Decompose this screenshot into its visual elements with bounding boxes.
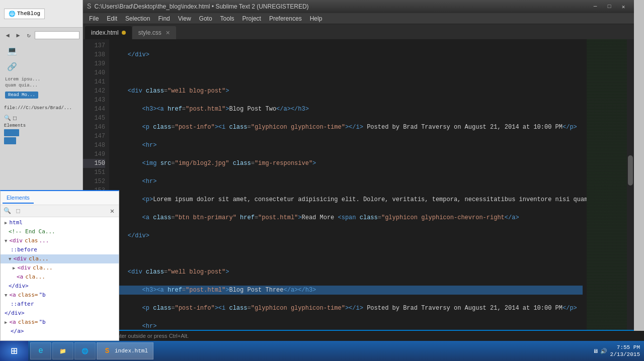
- line-num-146: 146: [83, 123, 105, 132]
- menu-goto[interactable]: Goto: [195, 14, 216, 23]
- taskbar-item-chrome[interactable]: 🌐: [74, 342, 96, 359]
- devtools-content[interactable]: ▶ html <!-- End Ca... ▼ <div clas... ::b…: [1, 217, 119, 340]
- elements-tool-icon[interactable]: ⬚: [13, 115, 17, 121]
- line-num-141: 141: [83, 77, 105, 86]
- editor-area[interactable]: 137 138 139 140 141 142 143 144 145 146 …: [83, 39, 634, 330]
- tab-label-index: index.html: [91, 29, 119, 36]
- devtools-tab-bar: Elements: [1, 191, 119, 205]
- minimize-button[interactable]: ─: [589, 2, 602, 11]
- line-num-140: 140: [83, 68, 105, 77]
- browser-tab-theblog[interactable]: 🌐 TheBlog: [4, 9, 45, 19]
- code-line-143: <img src="img/blog2.jpg" class="img-resp…: [113, 159, 583, 168]
- menu-file[interactable]: File: [85, 14, 103, 23]
- code-line-146: <a class="btn btn-primary" href="post.ht…: [113, 213, 583, 222]
- menu-selection[interactable]: Selection: [121, 14, 154, 23]
- cursor-icon[interactable]: ⬚: [14, 207, 23, 216]
- volume-icon: 🔊: [600, 348, 607, 354]
- dev-line-a-class-b[interactable]: ▼ <a class="b: [1, 291, 119, 300]
- dev-line-close-a: </a>: [1, 327, 119, 336]
- code-line-137: </div>: [113, 50, 583, 59]
- code-line-140: <h3><a href="post.html">Blog Post Two</a…: [113, 105, 583, 114]
- line-num-149: 149: [83, 150, 105, 159]
- search-tool-icon[interactable]: 🔍: [4, 115, 11, 121]
- dev-line-div-cla[interactable]: ▼ <div cla...: [1, 254, 119, 263]
- sidebar-browser: ◀ ▶ ↻ 💻 🔗 Lorem ipsu... quam quia...: [0, 28, 83, 104]
- icon-row-1: 💻: [5, 44, 77, 58]
- desktop-icons: 💻 🔗: [3, 42, 79, 76]
- line-num-139: 139: [83, 59, 105, 68]
- code-line-145: <p>Lorem ipsum dolor sit amet, consectet…: [113, 195, 583, 204]
- chrome-icon: 🌐: [80, 346, 90, 356]
- devtools-close-icon[interactable]: ✕: [108, 207, 117, 216]
- code-line-144: <hr>: [113, 177, 583, 186]
- taskbar-clock[interactable]: 7:55 PM 2/13/2015: [610, 344, 640, 358]
- clock-date: 2/13/2015: [610, 351, 640, 358]
- maximize-button[interactable]: □: [603, 2, 616, 11]
- refresh-button[interactable]: ↻: [24, 31, 33, 40]
- scrollbar-thumb[interactable]: [628, 155, 633, 186]
- code-line-147: </div>: [113, 231, 583, 240]
- sublime-icon: S: [102, 346, 112, 356]
- minimap: [587, 39, 627, 330]
- title-bar: S C:\Users\Brad\Desktop\the_blog\index.h…: [83, 0, 634, 13]
- elements-label: Elements: [0, 123, 83, 128]
- menu-view[interactable]: View: [174, 14, 195, 23]
- menu-tools[interactable]: Tools: [216, 14, 238, 23]
- network-icon: 🖥: [593, 348, 598, 354]
- code-line-148: [113, 249, 583, 258]
- lorem-preview: Lorem ipsu...: [3, 76, 79, 83]
- menu-project[interactable]: Project: [238, 14, 265, 23]
- taskbar-item-ie[interactable]: e: [30, 342, 51, 359]
- line-num-145: 145: [83, 114, 105, 123]
- sidebar-file-path: file:///C:/Users/Brad/...: [0, 104, 83, 113]
- forward-button[interactable]: ▶: [14, 31, 23, 40]
- menu-edit[interactable]: Edit: [103, 14, 121, 23]
- line-num-148: 148: [83, 141, 105, 150]
- dev-line-a-cla[interactable]: <a cla...: [1, 273, 119, 282]
- notification-icons: 🖥 🔊: [593, 348, 607, 354]
- dev-line-div-inner[interactable]: ▶ <div cla...: [1, 263, 119, 273]
- ie-icon: e: [36, 346, 46, 356]
- vertical-scrollbar[interactable]: [627, 39, 634, 330]
- tab-dirty-dot: [122, 31, 126, 35]
- line-num-144: 144: [83, 105, 105, 114]
- menu-help[interactable]: Help: [306, 14, 327, 23]
- app-icon: S: [87, 3, 91, 11]
- read-more-btn-preview: Read Mo...: [3, 88, 79, 101]
- inspect-icon[interactable]: 🔍: [3, 207, 12, 216]
- dev-line-html[interactable]: ▶ html: [1, 218, 119, 227]
- tab-close-style[interactable]: ✕: [166, 30, 170, 36]
- start-button[interactable]: ⊞: [0, 341, 28, 361]
- window-controls: ─ □ ✕: [589, 2, 630, 11]
- tab-style-css[interactable]: style.css ✕: [132, 26, 176, 39]
- sidebar-tools: 🔍 ⬚: [0, 113, 83, 123]
- code-line-139: <div class="well blog-post">: [113, 86, 583, 96]
- bottom-message-bar: To move pointer outside or press Ctrl+Al…: [83, 331, 644, 341]
- line-num-138: 138: [83, 50, 105, 59]
- dev-line-div-class[interactable]: ▼ <div clas...: [1, 236, 119, 245]
- code-editor[interactable]: </div> <div class="well blog-post"> <h3>…: [109, 39, 587, 330]
- tab-index-html[interactable]: index.html: [85, 26, 132, 39]
- menu-preferences[interactable]: Preferences: [265, 14, 306, 23]
- url-bar[interactable]: [35, 31, 79, 39]
- back-button[interactable]: ◀: [3, 31, 12, 40]
- file-path-text: file:///C:/Users/Brad/...: [4, 106, 78, 111]
- close-button[interactable]: ✕: [617, 2, 630, 11]
- code-line-138: [113, 68, 583, 77]
- shortcut-icon: 🔗: [5, 60, 19, 74]
- code-line-141: <p class="post-info"><i class="glyphicon…: [113, 123, 583, 132]
- read-more-preview: Read Mo...: [5, 92, 38, 99]
- dev-line-a-class-b2[interactable]: ▶ <a class="b: [1, 318, 119, 327]
- devtools-panel: Elements 🔍 ⬚ ✕ ▶ html <!-- End Ca... ▼ <…: [0, 190, 119, 341]
- code-line-152: <hr>: [113, 322, 583, 330]
- taskbar-item-sublime[interactable]: S index.html: [97, 342, 153, 359]
- minimap-content: [587, 39, 627, 330]
- devtools-toolbar: 🔍 ⬚ ✕: [1, 205, 119, 217]
- menu-find[interactable]: Find: [154, 14, 174, 23]
- mini-btn-1: [4, 129, 19, 136]
- code-line-150: <h3><a href="post.html">Blog Post Three<…: [113, 286, 583, 295]
- taskbar-item-explorer[interactable]: 📁: [52, 342, 73, 359]
- globe-icon: 🌐: [9, 11, 16, 17]
- tabs-bar: index.html style.css ✕: [83, 24, 634, 39]
- devtools-tab-elements[interactable]: Elements: [3, 193, 34, 204]
